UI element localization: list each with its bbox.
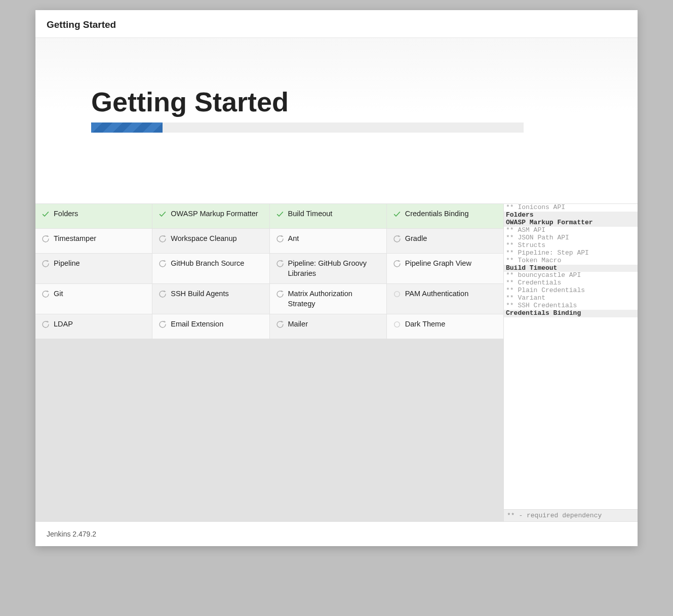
log-line: ** Ionicons API bbox=[504, 204, 638, 212]
svg-point-1 bbox=[394, 322, 400, 327]
plugin-cell: LDAP bbox=[35, 314, 152, 339]
plugin-cell: Pipeline: GitHub Groovy Libraries bbox=[270, 254, 386, 283]
plugin-label: PAM Authentication bbox=[405, 289, 468, 299]
install-log-body: ** Ionicons APIFoldersOWASP Markup Forma… bbox=[504, 204, 638, 509]
spinner-icon bbox=[393, 235, 401, 243]
check-icon bbox=[393, 210, 401, 218]
spinner-icon bbox=[159, 260, 167, 268]
plugin-grid: FoldersOWASP Markup FormatterBuild Timeo… bbox=[35, 204, 503, 521]
plugin-label: Mailer bbox=[288, 319, 308, 330]
plugin-cell: SSH Build Agents bbox=[152, 284, 269, 314]
log-line: ** bouncycastle API bbox=[504, 272, 638, 279]
log-line: ** ASM API bbox=[504, 227, 638, 234]
plugin-label: Matrix Authorization Strategy bbox=[288, 289, 380, 309]
spinner-icon bbox=[159, 290, 167, 298]
plugin-cell: Matrix Authorization Strategy bbox=[270, 284, 386, 314]
log-line: Build Timeout bbox=[504, 265, 638, 272]
svg-point-0 bbox=[394, 292, 400, 297]
plugin-label: Pipeline bbox=[54, 259, 80, 269]
log-line: ** Pipeline: Step API bbox=[504, 250, 638, 257]
install-log-footer: ** - required dependency bbox=[504, 509, 638, 521]
spinner-icon bbox=[159, 235, 167, 243]
plugin-label: Ant bbox=[288, 234, 299, 244]
log-line: ** Plain Credentials bbox=[504, 287, 638, 295]
plugin-label: OWASP Markup Formatter bbox=[171, 209, 258, 219]
plugin-label: GitHub Branch Source bbox=[171, 259, 244, 269]
log-line: ** Variant bbox=[504, 295, 638, 302]
plugin-label: Timestamper bbox=[54, 234, 96, 244]
plugin-cell: Folders bbox=[35, 204, 152, 228]
modal-footer: Jenkins 2.479.2 bbox=[35, 521, 638, 546]
setup-wizard-modal: Getting Started Getting Started FoldersO… bbox=[35, 10, 638, 546]
log-line: Folders bbox=[504, 212, 638, 219]
plugin-cell: Ant bbox=[270, 229, 386, 253]
plugin-cell: PAM Authentication bbox=[387, 284, 503, 314]
plugin-label: Git bbox=[54, 289, 63, 299]
plugin-cell: Dark Theme bbox=[387, 314, 503, 339]
check-icon bbox=[276, 210, 284, 218]
plugin-label: Folders bbox=[54, 209, 78, 219]
pending-icon bbox=[393, 320, 401, 328]
log-line: ** Token Macro bbox=[504, 257, 638, 265]
plugin-label: Email Extension bbox=[171, 319, 223, 330]
plugin-label: Workspace Cleanup bbox=[171, 234, 236, 244]
log-line: ** Credentials bbox=[504, 279, 638, 287]
hero-section: Getting Started bbox=[35, 38, 638, 203]
log-line: ** JSON Path API bbox=[504, 234, 638, 242]
log-line: OWASP Markup Formatter bbox=[504, 219, 638, 227]
spinner-icon bbox=[42, 320, 50, 328]
spinner-icon bbox=[393, 260, 401, 268]
plugin-cell: Credentials Binding bbox=[387, 204, 503, 228]
install-progress-fill bbox=[91, 122, 163, 133]
plugin-label: LDAP bbox=[54, 319, 73, 330]
plugin-cell: Gradle bbox=[387, 229, 503, 253]
plugin-cell: Build Timeout bbox=[270, 204, 386, 228]
plugin-label: Pipeline Graph View bbox=[405, 259, 471, 269]
spinner-icon bbox=[276, 260, 284, 268]
spinner-icon bbox=[42, 290, 50, 298]
plugin-label: Dark Theme bbox=[405, 319, 446, 330]
spinner-icon bbox=[276, 320, 284, 328]
plugin-cell: Timestamper bbox=[35, 229, 152, 253]
spinner-icon bbox=[276, 235, 284, 243]
plugin-label: Pipeline: GitHub Groovy Libraries bbox=[288, 259, 380, 278]
plugin-cell: Workspace Cleanup bbox=[152, 229, 269, 253]
content-row: FoldersOWASP Markup FormatterBuild Timeo… bbox=[35, 203, 638, 521]
grid-filler bbox=[35, 339, 503, 521]
plugin-cell: GitHub Branch Source bbox=[152, 254, 269, 283]
hero-heading: Getting Started bbox=[91, 86, 582, 117]
plugin-cell: Pipeline Graph View bbox=[387, 254, 503, 283]
plugin-cell: Git bbox=[35, 284, 152, 314]
plugin-label: Credentials Binding bbox=[405, 209, 469, 219]
spinner-icon bbox=[42, 235, 50, 243]
plugin-label: SSH Build Agents bbox=[171, 289, 228, 299]
plugin-cell: Pipeline bbox=[35, 254, 152, 283]
spinner-icon bbox=[159, 320, 167, 328]
modal-header: Getting Started bbox=[35, 10, 638, 38]
plugin-cell: Mailer bbox=[270, 314, 386, 339]
spinner-icon bbox=[42, 260, 50, 268]
pending-icon bbox=[393, 290, 401, 298]
plugin-label: Build Timeout bbox=[288, 209, 333, 219]
install-log-panel: ** Ionicons APIFoldersOWASP Markup Forma… bbox=[503, 204, 638, 521]
plugin-cell: OWASP Markup Formatter bbox=[152, 204, 269, 228]
log-line: ** SSH Credentials bbox=[504, 302, 638, 310]
modal-title: Getting Started bbox=[47, 19, 626, 30]
spinner-icon bbox=[276, 290, 284, 298]
install-progress-bar bbox=[91, 122, 524, 133]
log-line: Credentials Binding bbox=[504, 310, 638, 317]
plugin-cell: Email Extension bbox=[152, 314, 269, 339]
log-line: ** Structs bbox=[504, 242, 638, 250]
plugin-label: Gradle bbox=[405, 234, 427, 244]
jenkins-version: Jenkins 2.479.2 bbox=[47, 530, 96, 538]
check-icon bbox=[159, 210, 167, 218]
check-icon bbox=[42, 210, 50, 218]
